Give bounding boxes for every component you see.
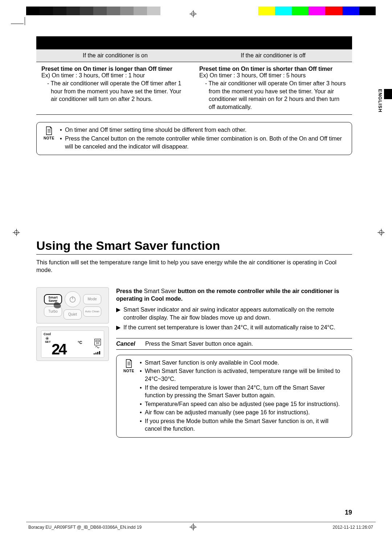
registration-mark-icon [189, 523, 197, 531]
right-body: - The air conditioner will operate On ti… [199, 80, 347, 111]
left-title: Preset time on On timer is longer than O… [41, 66, 189, 72]
air-swing-icon [94, 339, 101, 345]
triangle-bullet-icon: ▶ [116, 306, 121, 321]
note-top-item: Press the Cancel button on the remote co… [60, 135, 347, 150]
turbo-label: Turbo [48, 309, 58, 313]
note-bottom-item: Smart Saver function is only available i… [140, 359, 347, 367]
triangle-bullet-icon: ▶ [116, 324, 121, 332]
instruction-item: Smart Saver indicator and air swing indi… [123, 306, 352, 321]
svg-rect-9 [96, 340, 99, 342]
note-page-icon [125, 359, 133, 368]
timer-table: If the air conditioner is on If the air … [36, 36, 352, 115]
quiet-button[interactable]: Quiet [64, 309, 82, 320]
fan-icon [94, 345, 100, 349]
timer-left-cell: Preset time on On timer is longer than O… [36, 62, 194, 114]
crop-mark [11, 24, 24, 24]
power-icon [69, 295, 77, 303]
mode-label: Mode [87, 297, 97, 301]
signal-bars-icon [94, 351, 101, 354]
left-example: Ex) On timer : 3 hours, Off timer : 1 ho… [41, 72, 189, 79]
language-tab-label: ENGLISH [377, 89, 383, 113]
instruction-heading: Press the Smart Saver button on the remo… [116, 287, 352, 303]
registration-mark-icon [189, 10, 197, 17]
lcd-unit: °C [78, 340, 82, 345]
mode-button[interactable]: Mode [83, 294, 101, 304]
registration-mark-icon [13, 229, 20, 236]
remote-display-panel: Cool SET 24 °C [36, 326, 109, 361]
footer-rule [26, 522, 376, 522]
registration-mark-icon [377, 229, 385, 236]
note-label: NOTE [44, 136, 54, 140]
instr-pre: Press the [116, 288, 144, 294]
note-top-item: On timer and Off timer setting time shou… [60, 126, 347, 134]
note-bottom-item: If you press the Mode button while the S… [140, 417, 347, 433]
right-title: Preset time on On timer is shorter than … [199, 66, 347, 72]
lcd-mode: Cool [44, 332, 102, 336]
snowflake-icon [45, 337, 49, 340]
cancel-text: Press the Smart Saver button once again. [145, 341, 253, 347]
svg-rect-16 [99, 351, 100, 354]
note-page-icon [45, 126, 53, 135]
section-intro: This function will set the temperature r… [36, 259, 352, 274]
pointing-hand-icon [52, 300, 62, 309]
left-body: - The air conditioner will operate the O… [41, 80, 189, 103]
page-number: 19 [345, 509, 352, 516]
footer-file: Boracay EU_AR09FSFT @_IB_DB68-03366A_EN.… [28, 525, 142, 530]
smart-saver-button[interactable]: Smart Saver [44, 294, 62, 304]
printer-color-bars [26, 7, 376, 15]
language-tab: ENGLISH [384, 89, 392, 223]
lcd-temperature: 24 [52, 341, 66, 358]
remote-buttons-panel: Smart Saver Turbo Quiet Mode Auto Clean [36, 287, 109, 324]
auto-clean-button[interactable]: Auto Clean [83, 306, 101, 317]
cancel-row: Cancel Press the Smart Saver button once… [116, 338, 352, 350]
crop-mark [25, 17, 25, 25]
section-title: Using the Smart Saver function [36, 239, 352, 253]
note-bottom-item: If the desired temperature is lower than… [140, 384, 347, 399]
col-on-header: If the air conditioner is on [36, 49, 194, 62]
cancel-label: Cancel [116, 341, 138, 347]
power-button[interactable] [65, 291, 81, 307]
note-bottom-item: When Smart Saver function is activated, … [140, 367, 347, 383]
note-box-top: NOTE On timer and Off timer setting time… [36, 122, 352, 155]
note-box-bottom: NOTE Smart Saver function is only availa… [116, 355, 352, 438]
auto-clean-label: Auto Clean [85, 310, 99, 313]
note-bottom-item: Temperature/Fan speed can also be adjust… [140, 400, 347, 408]
fan-signal-icons [94, 345, 101, 354]
table-header-bar [36, 36, 352, 49]
svg-rect-13 [94, 353, 95, 354]
instruction-item: If the current set temperature is lower … [123, 324, 335, 332]
lcd-set-label: SET [45, 340, 51, 344]
instruction-list: ▶Smart Saver indicator and air swing ind… [116, 306, 352, 332]
timer-right-cell: Preset time on On timer is shorter than … [194, 62, 352, 114]
footer-timestamp: 2012-11-12 11:26:07 [333, 525, 373, 530]
svg-rect-14 [95, 353, 97, 354]
quiet-label: Quiet [68, 312, 77, 316]
lcd-display: Cool SET 24 °C [41, 330, 104, 358]
col-off-header: If the air conditioner is off [194, 49, 352, 62]
note-label: NOTE [123, 369, 134, 373]
right-example: Ex) On timer : 3 hours, Off timer : 5 ho… [199, 72, 347, 79]
svg-rect-15 [97, 352, 98, 354]
note-bottom-item: Air flow can be adjusted manually (see p… [140, 409, 347, 417]
instr-btn: Smart Saver [144, 288, 176, 294]
